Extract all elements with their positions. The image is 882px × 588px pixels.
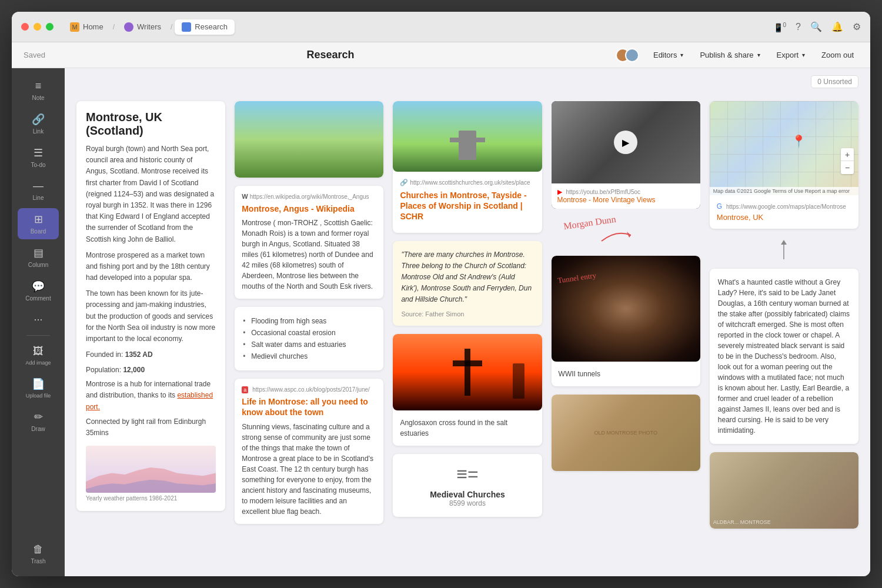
map-card: 📍 + − Map data ©2021 Google Terms of Use… (710, 101, 858, 229)
map-title[interactable]: Montrose, UK (717, 213, 851, 222)
map-link-body: G https://www.google.com/maps/place/Mont… (710, 195, 858, 229)
youtube-icon: ▶ (557, 188, 562, 195)
doc-icon: ≡= (402, 463, 532, 485)
document-card[interactable]: ≡= Medieval Churches 8599 words (393, 454, 542, 517)
established-port-link[interactable]: established port. (86, 391, 213, 410)
tunnel-caption-body: WWII tunnels (552, 362, 700, 386)
board-icon: ⊞ (34, 213, 43, 226)
sidebar-item-upload[interactable]: 📄 Upload file (18, 373, 59, 403)
tab-research[interactable]: Research (175, 19, 235, 35)
column-3: 🔗 http://www.scottishchurches.org.uk/sit… (393, 101, 542, 529)
quote-source: Source: Father Simon (401, 310, 533, 318)
aspc-card: a https://www.aspc.co.uk/blog/posts/2017… (235, 379, 383, 523)
wikipedia-icon: W (242, 193, 249, 200)
link-icon-small: 🔗 (400, 179, 408, 186)
cross-caption: Anglosaxon cross found in the salt estua… (393, 410, 542, 446)
sidebar-item-todo[interactable]: ☰ To-do (18, 142, 59, 173)
toolbar: Saved Research Editors ▾ Publish & share… (12, 42, 870, 68)
video-url: ▶ https://youtu.be/xPfBmfU5oc (557, 188, 694, 196)
aspc-title[interactable]: Life in Montrose: all you need to know a… (242, 396, 376, 417)
annotation-area: Morgan Dunn (552, 215, 700, 250)
video-card[interactable]: ▶ ▶ https://youtu.be/xPfBmfU5oc Montrose… (552, 101, 700, 209)
upload-icon: 📄 (32, 377, 45, 390)
vintage-town-card: ALDBAR... MONTROSE (710, 452, 858, 529)
bell-icon[interactable]: 🔔 (831, 21, 843, 32)
wikipedia-title[interactable]: Montrose, Angus - Wikipedia (242, 203, 376, 214)
wikipedia-card-body: W https://en.wikipedia.org/wiki/Montrose… (235, 186, 383, 299)
page-title: Research (45, 49, 616, 61)
more-icon: ··· (34, 313, 42, 326)
landscape-image (235, 101, 383, 178)
zoom-out-button[interactable]: Zoom out (817, 48, 858, 62)
video-title: Montrose - More Vintage Views (557, 196, 694, 204)
montrose-title: Montrose, UK (Scotland) (86, 111, 216, 138)
search-icon[interactable]: 🔍 (810, 21, 822, 32)
sidebar-item-link[interactable]: 🔗 Link (18, 108, 59, 139)
sort-button[interactable]: 0 Unsorted (811, 75, 858, 88)
list-item: Medievil churches (243, 350, 375, 362)
draw-icon: ✏ (34, 410, 43, 423)
map-url: G https://www.google.com/maps/place/Mont… (717, 202, 851, 211)
column-4: ▶ ▶ https://youtu.be/xPfBmfU5oc Montrose… (552, 101, 700, 529)
list-item: Salt water dams and estuaries (243, 339, 375, 350)
play-button[interactable]: ▶ (614, 131, 637, 154)
tab-home[interactable]: M Home (63, 19, 111, 35)
phone-icon[interactable]: 📱0 (773, 22, 787, 32)
map-attribution: Map data ©2021 Google Terms of Use Repor… (710, 187, 858, 195)
note-icon: ≡ (35, 80, 42, 92)
chevron-down-icon: ▾ (680, 52, 683, 58)
avatar (625, 48, 639, 62)
google-icon: G (717, 202, 722, 211)
video-thumbnail: ▶ (552, 101, 700, 183)
list-item: Flooding from high seas (243, 315, 375, 327)
link-icon: 🔗 (32, 113, 45, 126)
vintage-photo-card: OLD MONTROSE PHOTO (552, 395, 700, 471)
wikipedia-url: W https://en.wikipedia.org/wiki/Montrose… (242, 193, 376, 200)
vintage-image: OLD MONTROSE PHOTO (552, 395, 700, 471)
sidebar-item-comment[interactable]: 💬 Comment (18, 275, 59, 306)
churches-card: 🔗 http://www.scottishchurches.org.uk/sit… (393, 101, 542, 233)
trash-icon: 🗑 (33, 543, 44, 556)
churches-title[interactable]: Churches in Montrose, Tayside - Places o… (400, 190, 534, 222)
upward-arrow (775, 239, 793, 259)
column-5: 📍 + − Map data ©2021 Google Terms of Use… (710, 101, 858, 529)
sidebar-item-add-image[interactable]: 🖼 Add image (18, 340, 59, 370)
sidebar-item-draw[interactable]: ✏ Draw (18, 406, 59, 437)
church-image (393, 101, 542, 172)
maximize-button[interactable] (46, 23, 54, 31)
sidebar-item-column[interactable]: ▤ Column (18, 242, 59, 273)
publish-share-button[interactable]: Publish & share ▾ (695, 48, 764, 62)
wikipedia-card: W https://en.wikipedia.org/wiki/Montrose… (235, 186, 383, 299)
sidebar-item-board[interactable]: ⊞ Board (18, 208, 59, 239)
editors-button[interactable]: Editors ▾ (649, 48, 688, 62)
montrose-para3: The town has been known for its jute-pro… (86, 288, 216, 345)
titlebar-actions: 📱0 ? 🔍 🔔 ⚙ (773, 21, 861, 32)
sidebar-item-note[interactable]: ≡ Note (18, 75, 59, 106)
help-icon[interactable]: ? (796, 22, 801, 32)
close-button[interactable] (21, 23, 29, 31)
export-button[interactable]: Export ▾ (772, 48, 810, 62)
sidebar-divider (26, 335, 50, 336)
sidebar-item-trash[interactable]: 🗑 Trash (18, 539, 59, 569)
column-icon: ▤ (34, 246, 44, 259)
sidebar-item-more[interactable]: ··· (18, 309, 59, 330)
montrose-rail: Connected by light rail from Edinburgh 3… (86, 416, 216, 439)
wikipedia-text: Montrose ( mon-TROHZ , Scottish Gaelic: … (242, 218, 376, 292)
wwii-caption: WWII tunnels (559, 369, 693, 379)
cross-image (393, 334, 542, 410)
tab-writers[interactable]: Writers (117, 19, 168, 35)
ghost-text: What's a haunted castle without a Grey L… (718, 277, 850, 436)
zoom-out-map-button[interactable]: − (841, 161, 854, 174)
aspc-card-body: a https://www.aspc.co.uk/blog/posts/2017… (235, 379, 383, 523)
montrose-founded: Founded in: 1352 AD (86, 350, 216, 359)
vintage-town-image: ALDBAR... MONTROSE (710, 452, 858, 529)
minimize-button[interactable] (34, 23, 41, 31)
zoom-in-button[interactable]: + (841, 148, 854, 161)
todo-icon: ☰ (34, 146, 43, 159)
aspc-icon: a (242, 386, 248, 393)
ghost-info-card: What's a haunted castle without a Grey L… (710, 269, 858, 444)
sidebar-item-line[interactable]: — Line (18, 175, 59, 206)
settings-icon[interactable]: ⚙ (853, 21, 861, 32)
quote-card: "There are many churches in Montrose. Th… (393, 241, 542, 326)
map-controls: + − (841, 148, 854, 174)
